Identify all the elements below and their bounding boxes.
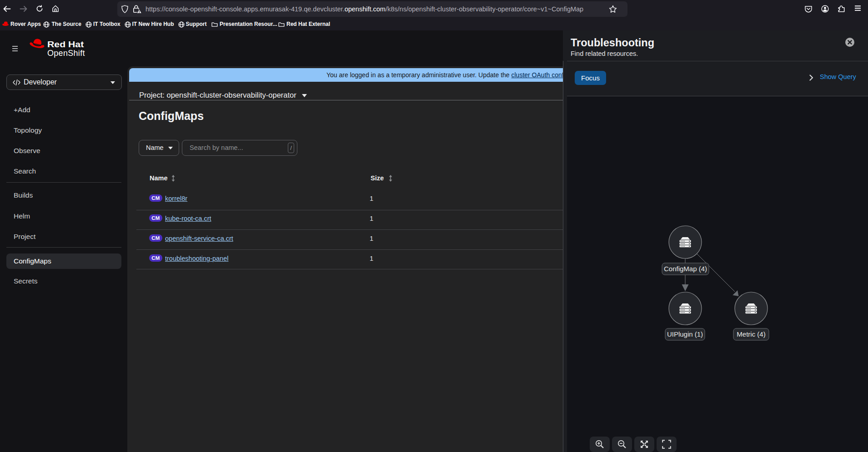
svg-text:Metric (4): Metric (4) <box>737 330 765 338</box>
svg-text:ConfigMap (4): ConfigMap (4) <box>664 265 707 273</box>
svg-text:UIPlugin (1): UIPlugin (1) <box>667 330 703 338</box>
